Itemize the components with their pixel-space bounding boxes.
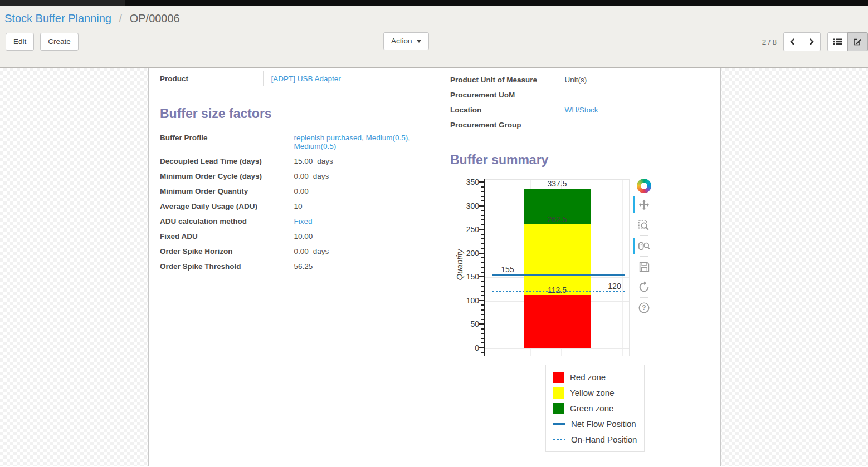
top-menu-bar[interactable] — [0, 0, 868, 6]
caret-down-icon — [417, 40, 421, 43]
bokeh-logo-icon[interactable] — [637, 179, 651, 193]
y-axis-tick-label: 0 — [457, 343, 479, 352]
pager-previous-button[interactable] — [783, 32, 802, 51]
legend-line-sample — [553, 439, 565, 440]
field-row: Order Spike Horizon0.00days — [160, 244, 441, 259]
toolbar-divider — [640, 297, 648, 298]
y-axis-tick — [481, 262, 484, 263]
list-view-button[interactable] — [827, 32, 848, 51]
help-tool-button[interactable]: ? — [636, 301, 652, 315]
chart-plot-area[interactable]: 112.5262.5337.5155120 — [485, 179, 630, 356]
field-value[interactable]: replenish purchased, Medium(0.5), Medium… — [286, 130, 441, 154]
field-value: 10 — [286, 199, 441, 214]
toolbar-divider — [640, 215, 648, 215]
y-axis-tick — [481, 309, 484, 311]
legend-item: Green zone — [553, 402, 644, 414]
y-axis-tick — [481, 224, 484, 225]
box-zoom-tool-button[interactable] — [636, 218, 652, 233]
net-flow-position-line — [492, 274, 625, 276]
zone-boundary-label: 262.5 — [524, 215, 591, 224]
y-axis-tick-label: 50 — [457, 319, 479, 328]
field-row: Decoupled Lead Time (days)15.00days — [160, 154, 441, 169]
legend-label: Yellow zone — [570, 388, 615, 397]
y-axis-tick — [481, 281, 484, 282]
y-axis-tick-label: 300 — [457, 201, 479, 210]
y-axis-tick — [481, 219, 484, 220]
section-title-buffer-size-factors: Buffer size factors — [160, 106, 441, 121]
line-value-label: 120 — [598, 282, 631, 291]
field-value[interactable]: WH/Stock — [557, 102, 720, 117]
reset-tool-button[interactable] — [636, 280, 652, 294]
field-row: Fixed ADU10.00 — [160, 229, 441, 244]
breadcrumb-parent-link[interactable]: Stock Buffer Planning — [4, 12, 111, 24]
field-label: Order Spike Horizon — [160, 244, 286, 259]
list-icon — [833, 37, 842, 46]
save-icon — [638, 261, 650, 273]
field-value: 0.00days — [286, 169, 441, 184]
y-axis-tick — [479, 229, 484, 230]
chevron-right-icon — [807, 37, 816, 46]
general-left-group: Product[ADPT] USB Adapter — [160, 71, 441, 86]
red-zone-bar — [524, 295, 591, 348]
field-label: Product — [160, 71, 263, 86]
y-axis-tick — [481, 210, 484, 211]
field-value[interactable]: Fixed — [286, 214, 441, 229]
legend-label: Green zone — [570, 404, 613, 413]
y-gridline — [485, 348, 629, 349]
y-axis-tick — [481, 257, 484, 258]
field-row: Buffer Profilereplenish purchased, Mediu… — [160, 130, 441, 154]
wheel-zoom-tool-button[interactable] — [636, 239, 652, 253]
y-axis-tick — [481, 286, 484, 287]
y-axis-tick — [481, 215, 484, 216]
pan-icon — [638, 199, 650, 211]
legend-label: Red zone — [570, 372, 606, 382]
field-value[interactable]: [ADPT] USB Adapter — [263, 71, 441, 86]
form-sheet: Product[ADPT] USB Adapter Buffer size fa… — [148, 68, 721, 466]
y-axis-tick — [481, 295, 484, 296]
wheel-zoom-icon — [638, 240, 650, 252]
legend-item: Red zone — [553, 371, 644, 383]
field-unit-suffix: days — [317, 157, 333, 165]
edit-button[interactable]: Edit — [6, 33, 34, 51]
pager-next-button[interactable] — [802, 32, 821, 51]
pager-value: 2 / 8 — [762, 38, 777, 46]
y-axis-tick — [481, 342, 484, 343]
y-axis-tick — [481, 338, 484, 339]
help-icon: ? — [638, 302, 650, 314]
field-label: Fixed ADU — [160, 229, 286, 244]
y-axis-tick — [481, 234, 484, 235]
legend-label: On-Hand Position — [571, 435, 637, 444]
section-title-buffer-summary: Buffer summary — [450, 153, 720, 168]
field-row: ADU calculation methodFixed — [160, 214, 441, 229]
chevron-left-icon — [788, 37, 797, 46]
toolbar-divider — [640, 256, 648, 257]
field-row: Product[ADPT] USB Adapter — [160, 71, 441, 86]
reset-icon — [638, 281, 650, 293]
field-unit-suffix: days — [313, 247, 329, 255]
action-button[interactable]: Action — [383, 32, 429, 50]
form-view-button[interactable] — [847, 32, 868, 51]
y-axis-tick-label: 150 — [457, 272, 479, 281]
y-axis-tick — [481, 319, 484, 320]
y-axis-tick — [479, 253, 484, 254]
create-button[interactable]: Create — [40, 33, 79, 51]
toolbar-divider — [640, 277, 648, 277]
on-hand-position-line — [492, 291, 625, 292]
field-row: Procurement UoM — [450, 87, 720, 102]
box-zoom-icon — [638, 219, 650, 232]
save-tool-button[interactable] — [636, 259, 652, 274]
field-row: Average Daily Usage (ADU)10 — [160, 199, 441, 214]
legend-line-sample — [553, 423, 565, 425]
chart-toolbar: ? — [636, 179, 652, 315]
pan-tool-button[interactable] — [636, 198, 652, 212]
y-axis-tick — [481, 333, 484, 334]
field-label: Minimum Order Quantity — [160, 184, 286, 199]
field-row: Procurement Group — [450, 117, 720, 132]
chart-legend: Red zoneYellow zoneGreen zoneNet Flow Po… — [545, 365, 645, 452]
legend-color-swatch — [553, 372, 564, 383]
field-label: Average Daily Usage (ADU) — [160, 199, 286, 214]
y-axis-tick — [479, 181, 484, 183]
field-value: 10.00 — [286, 229, 441, 244]
y-axis-tick — [481, 196, 484, 197]
breadcrumb: Stock Buffer Planning / OP/00006 — [0, 12, 868, 25]
